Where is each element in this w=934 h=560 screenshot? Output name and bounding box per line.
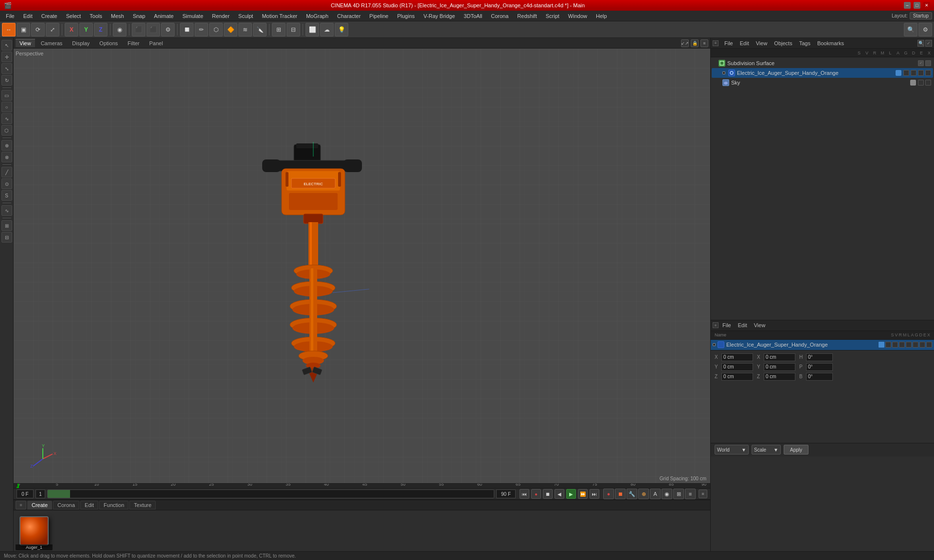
coord-system-dropdown[interactable]: World ▼ [715, 445, 749, 455]
menu-vray[interactable]: V-Ray Bridge [420, 12, 459, 20]
left-tool-select-lasso[interactable]: ∿ [1, 113, 12, 124]
left-tool-select-poly[interactable]: ⬡ [1, 125, 12, 136]
left-tool-select-rect[interactable]: ▭ [1, 90, 12, 101]
vp-tab-view[interactable]: View [16, 39, 35, 47]
obj-flag-1[interactable] [925, 60, 931, 66]
attr-flag-3[interactable] [899, 342, 905, 348]
minimize-button[interactable]: – [904, 2, 911, 9]
tool-move[interactable]: ↔ [2, 23, 16, 36]
obj-menu-bookmarks[interactable]: Bookmarks [814, 39, 847, 47]
attr-flag-5[interactable] [913, 342, 918, 348]
maximize-button[interactable]: □ [914, 2, 920, 9]
tool-array[interactable]: ⊞ [272, 23, 286, 36]
bottom-panel-icon[interactable]: ≡ [16, 501, 26, 509]
obj-tag-2[interactable] [911, 70, 916, 76]
menu-window[interactable]: Window [564, 12, 591, 20]
tool-cloner[interactable]: ⊟ [287, 23, 300, 36]
menu-create[interactable]: Create [37, 12, 61, 20]
tool-rotate[interactable]: ⟳ [31, 23, 45, 36]
menu-corona[interactable]: Corona [487, 12, 512, 20]
menu-snap[interactable]: Snap [129, 12, 149, 20]
render-tc-btn[interactable]: ● [603, 489, 614, 499]
pos-z-input[interactable] [721, 373, 753, 381]
material-preview[interactable] [19, 516, 49, 545]
left-tool-1[interactable]: ↖ [1, 40, 12, 51]
tool-render-region[interactable]: ⬛ [132, 23, 145, 36]
transform-mode-dropdown[interactable]: Scale ▼ [752, 445, 781, 455]
tool-bevel[interactable]: 🔶 [224, 23, 237, 36]
obj-sky-vis[interactable] [918, 80, 924, 86]
attr-flag-7[interactable] [926, 342, 932, 348]
obj-tag-1[interactable] [903, 70, 909, 76]
record-btn[interactable]: ● [531, 489, 541, 499]
menu-plugins[interactable]: Plugins [393, 12, 418, 20]
obj-item-auger[interactable]: Electric_Ice_Auger_Super_Handy_Orange [712, 68, 933, 78]
vp-tab-panel[interactable]: Panel [145, 39, 167, 47]
menu-animate[interactable]: Animate [150, 12, 178, 20]
pos-y-input[interactable] [721, 363, 753, 371]
obj-menu-view[interactable]: View [753, 39, 771, 47]
viewport-expand-btn[interactable]: ↙↗ [681, 39, 689, 47]
obj-item-sky[interactable]: Sky [712, 78, 933, 88]
attr-menu-edit[interactable]: Edit [735, 321, 750, 329]
frame-slider[interactable] [47, 490, 494, 498]
viewport-canvas[interactable]: Perspective ELECT [14, 49, 710, 483]
menu-3dtoall[interactable]: 3DToAll [460, 12, 486, 20]
tool-extrude[interactable]: ⬡ [209, 23, 223, 36]
menu-render[interactable]: Render [208, 12, 234, 20]
tab-corona[interactable]: Corona [53, 501, 79, 509]
menu-motion-tracker[interactable]: Motion Tracker [258, 12, 301, 20]
attr-menu-view[interactable]: View [751, 321, 769, 329]
menu-pipeline[interactable]: Pipeline [365, 12, 392, 20]
rot-y-input[interactable] [764, 363, 795, 371]
tool-bridge[interactable]: ≋ [238, 23, 252, 36]
vp-tab-filter[interactable]: Filter [124, 39, 143, 47]
tab-edit[interactable]: Edit [80, 501, 98, 509]
tool-light[interactable]: 💡 [335, 23, 348, 36]
vp-tab-cameras[interactable]: Cameras [37, 39, 67, 47]
search-icon[interactable]: 🔍 [904, 23, 917, 36]
play-fast-forward-btn[interactable]: ⏩ [578, 489, 588, 499]
frame-end-input[interactable]: 90 F [496, 490, 516, 498]
obj-item-subdivision[interactable]: Subdivision Surface ✓ [712, 58, 933, 68]
play-forward-btn[interactable]: ▶ [566, 489, 576, 499]
close-button[interactable]: ✕ [923, 2, 930, 9]
attr-flag-2[interactable] [892, 342, 898, 348]
menu-character[interactable]: Character [333, 12, 364, 20]
obj-tag-3[interactable] [918, 70, 924, 76]
left-tool-grid2[interactable]: ⊟ [1, 232, 12, 243]
obj-expand-auger[interactable] [722, 71, 725, 74]
obj-menu-edit[interactable]: Edit [737, 39, 752, 47]
left-tool-5[interactable]: ⊕ [1, 140, 12, 151]
rot-z-input[interactable] [764, 373, 795, 381]
tool-floor[interactable]: ⬜ [305, 23, 319, 36]
left-tool-6[interactable]: ⊗ [1, 152, 12, 162]
goto-start-btn[interactable]: ⏮ [520, 489, 529, 499]
render-settings-btn[interactable]: 🔧 [627, 489, 637, 499]
tool-select-rect[interactable]: ▣ [17, 23, 30, 36]
autokey-btn[interactable]: ⊕ [638, 489, 649, 499]
menu-redshift[interactable]: Redshift [513, 12, 540, 20]
timeline-settings-btn[interactable]: ≡ [699, 490, 707, 498]
obj-manager-search[interactable]: 🔍 [917, 40, 924, 47]
tab-texture[interactable]: Texture [129, 501, 156, 509]
tab-create[interactable]: Create [27, 501, 52, 509]
gear-icon[interactable]: ⚙ [918, 23, 932, 36]
tool-pen[interactable]: ✏ [195, 23, 208, 36]
h-input[interactable] [806, 353, 833, 361]
menu-edit[interactable]: Edit [19, 12, 36, 20]
b-input[interactable] [806, 373, 833, 381]
p-input[interactable] [806, 363, 833, 371]
obj-sky-flag[interactable] [925, 80, 931, 86]
left-tool-8[interactable]: ⊙ [1, 178, 12, 189]
vp-tab-display[interactable]: Display [68, 39, 93, 47]
timeline-ruler[interactable]: 0 5 10 15 20 25 30 35 40 45 50 55 60 65 … [14, 483, 710, 489]
left-tool-2[interactable]: ✛ [1, 52, 12, 62]
left-tool-7[interactable]: ╱ [1, 167, 12, 177]
menu-simulate[interactable]: Simulate [179, 12, 207, 20]
apply-button[interactable]: Apply [784, 445, 808, 455]
goto-end-btn[interactable]: ⏭ [590, 489, 599, 499]
obj-tag-4[interactable] [925, 70, 931, 76]
left-tool-10[interactable]: ∿ [1, 205, 12, 216]
menu-sculpt[interactable]: Sculpt [234, 12, 257, 20]
